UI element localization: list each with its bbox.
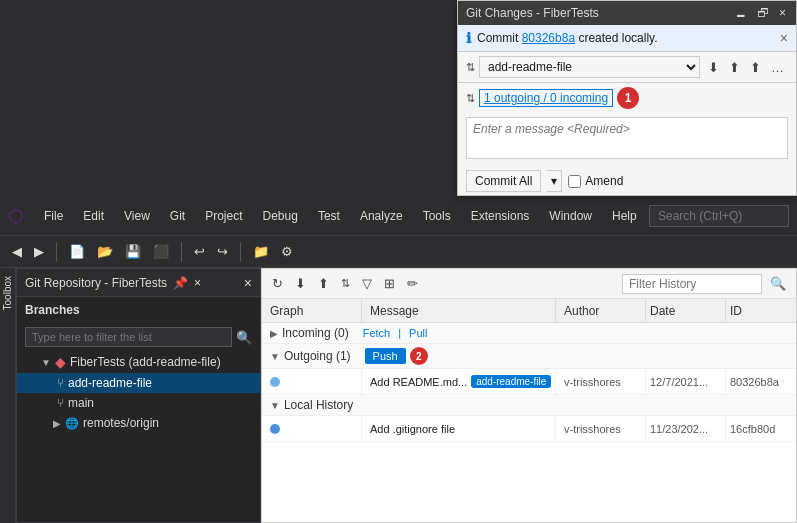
id-column-header: ID bbox=[726, 299, 796, 322]
history-panel: ↻ ⬇ ⬆ ⇅ ▽ ⊞ ✏ 🔍 Graph Message Author Dat… bbox=[261, 268, 797, 523]
date-label: Date bbox=[650, 304, 675, 318]
open-button[interactable]: 📂 bbox=[93, 242, 117, 261]
graph-dot-icon bbox=[270, 377, 280, 387]
commit-row: Commit All ▾ Amend bbox=[458, 166, 796, 196]
dismiss-info-button[interactable]: × bbox=[780, 30, 788, 46]
remote-icon: 🌐 bbox=[65, 417, 79, 430]
incoming-section-header[interactable]: ▶ Incoming (0) Fetch | Pull bbox=[262, 323, 796, 344]
author-label: Author bbox=[564, 304, 599, 318]
updown-arrows-icon: ⇅ bbox=[466, 92, 475, 105]
outgoing-row-1[interactable]: Add README.md... add-readme-file v-triss… bbox=[262, 369, 796, 395]
git-repository-panel: Git Repository - FiberTests 📌 × × Branch… bbox=[16, 268, 261, 523]
filter-toggle-button[interactable]: ▽ bbox=[358, 274, 376, 293]
menu-extensions[interactable]: Extensions bbox=[463, 205, 538, 227]
amend-checkbox[interactable] bbox=[568, 175, 581, 188]
row-graph-2 bbox=[262, 416, 362, 441]
float-window-icon[interactable]: 🗗 bbox=[755, 6, 771, 20]
commit-hash-link[interactable]: 80326b8a bbox=[522, 31, 575, 45]
add-readme-file-label: add-readme-file bbox=[68, 376, 152, 390]
menu-tools[interactable]: Tools bbox=[415, 205, 459, 227]
outgoing-section-header[interactable]: ▼ Outgoing (1) Push 2 bbox=[262, 344, 796, 369]
branch-selector-dropdown[interactable]: add-readme-file bbox=[479, 56, 700, 78]
remotes-label: remotes/origin bbox=[83, 416, 159, 430]
menu-view[interactable]: View bbox=[116, 205, 158, 227]
back-button[interactable]: ◀ bbox=[8, 242, 26, 261]
commit-message-input[interactable] bbox=[466, 117, 788, 159]
commit-all-button[interactable]: Commit All bbox=[466, 170, 541, 192]
push-branch-button[interactable]: ⬆ bbox=[746, 58, 765, 77]
message-column-header: Message bbox=[362, 299, 556, 322]
view-options-button[interactable]: ⊞ bbox=[380, 274, 399, 293]
remotes-expand: ▶ bbox=[53, 418, 61, 429]
new-file-button[interactable]: 📄 bbox=[65, 242, 89, 261]
tree-item-fibertests[interactable]: ▼ ◆ FiberTests (add-readme-file) bbox=[17, 351, 260, 373]
toolbar-separator-3 bbox=[240, 242, 241, 262]
local-msg-text: Add .gitignore file bbox=[370, 423, 455, 435]
save-button[interactable]: 💾 bbox=[121, 242, 145, 261]
incoming-section-label: Incoming (0) bbox=[282, 326, 349, 340]
refresh-history-button[interactable]: ↻ bbox=[268, 274, 287, 293]
history-search-button[interactable]: 🔍 bbox=[766, 274, 790, 293]
history-toolbar: ↻ ⬇ ⬆ ⇅ ▽ ⊞ ✏ 🔍 bbox=[262, 269, 796, 299]
sync-history-button[interactable]: ⇅ bbox=[337, 275, 354, 292]
date-text-2: 11/23/202... bbox=[650, 423, 708, 435]
menu-git[interactable]: Git bbox=[162, 205, 193, 227]
vs-logo-icon: ⬡ bbox=[8, 205, 24, 227]
menu-search-input[interactable] bbox=[649, 205, 789, 227]
menu-file[interactable]: File bbox=[36, 205, 71, 227]
folder-button[interactable]: 📁 bbox=[249, 242, 273, 261]
tree-item-add-readme-file[interactable]: ⑂ add-readme-file bbox=[17, 373, 260, 393]
author-text-1: v-trisshores bbox=[564, 376, 621, 388]
close-window-icon[interactable]: × bbox=[777, 6, 788, 20]
tree-item-remotes[interactable]: ▶ 🌐 remotes/origin bbox=[17, 413, 260, 433]
menu-edit[interactable]: Edit bbox=[75, 205, 112, 227]
more-actions-button[interactable]: … bbox=[767, 58, 788, 77]
branches-label: Branches bbox=[25, 303, 80, 317]
pin-icon[interactable]: 📌 bbox=[173, 276, 188, 290]
commit-dropdown-button[interactable]: ▾ bbox=[547, 170, 562, 192]
branch-filter-input[interactable] bbox=[25, 327, 232, 347]
menu-analyze[interactable]: Analyze bbox=[352, 205, 411, 227]
branch-selector-row: ⇅ add-readme-file ⬇ ⬆ ⬆ … bbox=[458, 52, 796, 83]
info-circle-icon: ℹ bbox=[466, 30, 471, 46]
id-text-1: 80326b8a bbox=[730, 376, 779, 388]
menu-test[interactable]: Test bbox=[310, 205, 348, 227]
row-author-1: v-trisshores bbox=[556, 369, 646, 394]
settings-history-button[interactable]: ✏ bbox=[403, 274, 422, 293]
sync-link[interactable]: 1 outgoing / 0 incoming bbox=[479, 89, 613, 107]
pull-link[interactable]: Pull bbox=[409, 327, 427, 339]
close-panel-icon[interactable]: × bbox=[244, 275, 252, 291]
menu-help[interactable]: Help bbox=[604, 205, 645, 227]
redo-button[interactable]: ↪ bbox=[213, 242, 232, 261]
fetch-link[interactable]: Fetch bbox=[363, 327, 391, 339]
fetch-history-button[interactable]: ⬇ bbox=[291, 274, 310, 293]
main-branch-icon: ⑂ bbox=[57, 396, 64, 410]
pin-window-icon[interactable]: 🗕 bbox=[733, 6, 749, 20]
save-all-button[interactable]: ⬛ bbox=[149, 242, 173, 261]
expand-arrow: ▼ bbox=[41, 357, 51, 368]
row-author-2: v-trisshores bbox=[556, 416, 646, 441]
settings-button[interactable]: ⚙ bbox=[277, 242, 297, 261]
undo-button[interactable]: ↩ bbox=[190, 242, 209, 261]
local-history-section-header[interactable]: ▼ Local History bbox=[262, 395, 796, 416]
toolbox-label[interactable]: Toolbox bbox=[2, 276, 13, 310]
step2-badge: 2 bbox=[410, 347, 428, 365]
graph-label: Graph bbox=[270, 304, 303, 318]
row-message-2: Add .gitignore file bbox=[362, 416, 556, 441]
local-history-row-1[interactable]: Add .gitignore file v-trisshores 11/23/2… bbox=[262, 416, 796, 442]
git-panel-info-banner: ℹ Commit 80326b8a created locally. × bbox=[458, 25, 796, 52]
pull-button[interactable]: ⬆ bbox=[725, 58, 744, 77]
history-filter-input[interactable] bbox=[622, 274, 762, 294]
pull-history-button[interactable]: ⬆ bbox=[314, 274, 333, 293]
fetch-button[interactable]: ⬇ bbox=[704, 58, 723, 77]
tree-item-main[interactable]: ⑂ main bbox=[17, 393, 260, 413]
author-column-header: Author bbox=[556, 299, 646, 322]
row-date-1: 12/7/2021... bbox=[646, 369, 726, 394]
push-button[interactable]: Push bbox=[365, 348, 406, 364]
menu-project[interactable]: Project bbox=[197, 205, 250, 227]
menu-debug[interactable]: Debug bbox=[255, 205, 306, 227]
git-panel-titlebar: Git Changes - FiberTests 🗕 🗗 × bbox=[458, 1, 796, 25]
forward-button[interactable]: ▶ bbox=[30, 242, 48, 261]
menu-window[interactable]: Window bbox=[541, 205, 600, 227]
pin-icon-2[interactable]: × bbox=[194, 276, 201, 290]
